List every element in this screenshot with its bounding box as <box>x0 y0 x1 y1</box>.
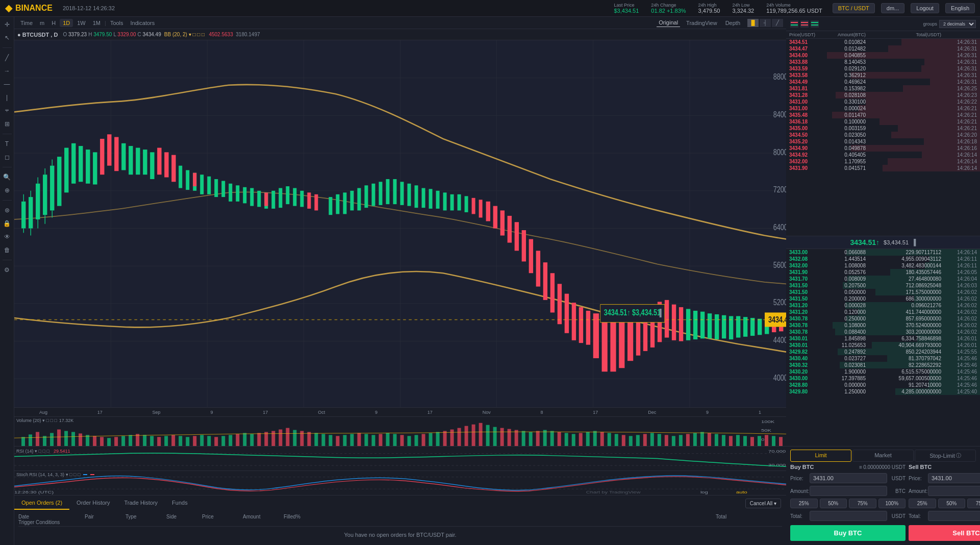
bid-row[interactable]: 3432.00 1.008008 3,482.483000144 14:26:1… <box>786 262 980 269</box>
language-selector[interactable]: English <box>945 3 975 13</box>
bid-row[interactable]: 3429.80 1.250000 4,285.000000000 14:25:4… <box>786 388 980 395</box>
bid-row[interactable]: 3431.50 0.050000 171.575000000 14:26:02 <box>786 289 980 295</box>
ask-row[interactable]: 3435.20 0.014343 14:26:18 <box>786 138 980 145</box>
buy-50-pct[interactable]: 50% <box>820 499 847 508</box>
time-m[interactable]: m <box>37 19 47 27</box>
buy-amount-input[interactable] <box>810 486 887 496</box>
bid-row[interactable]: 3430.01 11.025653 40,904.669793000 14:26… <box>786 342 980 349</box>
line-tool[interactable]: ╱ <box>2 52 13 63</box>
tools-menu[interactable]: Tools <box>107 19 127 27</box>
fib-tool[interactable]: ⊞ <box>2 118 13 130</box>
buy-100-pct[interactable]: 100% <box>878 499 906 508</box>
bid-row[interactable]: 3432.08 1.443514 4,955.009043112 14:26:1… <box>786 256 980 262</box>
ob-both-view-btn[interactable] <box>790 20 798 28</box>
magnet-tool[interactable]: ⊛ <box>2 205 13 216</box>
ask-row[interactable]: 3433.59 0.029120 14:26:31 <box>786 65 980 72</box>
ask-row[interactable]: 3435.00 0.003159 14:26:21 <box>786 125 980 132</box>
bid-row[interactable]: 3430.20 1.900000 6,515.575000000 14:25:4… <box>786 368 980 375</box>
bid-row[interactable]: 3431.70 0.008009 27.464800080 14:26:04 <box>786 276 980 282</box>
view-tradingview[interactable]: TradingView <box>684 19 719 27</box>
trash-tool[interactable]: 🗑 <box>2 244 13 256</box>
bid-row[interactable]: 3430.01 1.845898 6,334.758846898 14:26:0… <box>786 335 980 342</box>
sell-price-input[interactable] <box>928 473 980 483</box>
bid-row[interactable]: 3429.82 0.247892 850.224203944 14:25:55 <box>786 349 980 355</box>
vline-tool[interactable]: | <box>2 92 13 103</box>
bid-row[interactable]: 3430.78 0.108000 370.524000000 14:26:02 <box>786 322 980 329</box>
pair-selector[interactable]: BTC / USDT <box>833 3 875 13</box>
bid-row[interactable]: 3430.78 0.088400 303.200000000 14:26:02 <box>786 329 980 335</box>
tab-order-history[interactable]: Order History <box>69 497 117 510</box>
sell-amount-input[interactable] <box>928 486 980 496</box>
decimals-select[interactable]: 2 decimals 1 decimal 0 decimals <box>939 20 976 28</box>
ask-row[interactable]: 3431.81 0.153982 14:26:25 <box>786 85 980 92</box>
sell-25-pct[interactable]: 25% <box>909 499 936 508</box>
ask-row[interactable]: 3431.90 0.041571 14:26:14 <box>786 165 980 171</box>
buy-75-pct[interactable]: 75% <box>849 499 876 508</box>
bid-row[interactable]: 3431.20 0.000028 0.096021276 14:26:02 <box>786 302 980 309</box>
ask-row[interactable]: 3434.51 0.010824 14:26:31 <box>786 39 980 45</box>
bar-icon[interactable]: ┤ <box>760 19 771 27</box>
cursor-tool[interactable]: ↖ <box>2 32 13 43</box>
view-depth[interactable]: Depth <box>723 19 742 27</box>
buy-total-input[interactable] <box>810 511 887 521</box>
ask-row[interactable]: 3433.58 0.362912 14:26:31 <box>786 72 980 79</box>
bid-row[interactable]: 3428.80 0.000000 91.207410000 14:25:46 <box>786 382 980 388</box>
ask-row[interactable]: 3432.00 1.170955 14:26:14 <box>786 158 980 165</box>
cancel-all-button[interactable]: Cancel All ▾ <box>745 499 781 508</box>
ask-row[interactable]: 3434.49 0.469624 14:26:31 <box>786 79 980 85</box>
ob-bids-view-btn[interactable] <box>811 20 819 28</box>
time-1m[interactable]: 1M <box>90 19 104 27</box>
tab-stop-limit[interactable]: Stop-Limit ⓘ <box>915 450 976 462</box>
ask-row[interactable]: 3431.28 0.028108 14:26:23 <box>786 92 980 98</box>
sell-total-input[interactable] <box>928 511 980 521</box>
price-label-tool[interactable]: ◻ <box>2 152 13 163</box>
main-chart-canvas[interactable]: 3434.49 8800.00 8400.00 8000.00 7200.00 … <box>14 40 786 416</box>
ask-row[interactable]: 3434.92 0.405405 14:26:14 <box>786 152 980 158</box>
bid-row[interactable]: 3433.00 0.066088 229.907117112 14:26:14 <box>786 249 980 256</box>
time-1d[interactable]: 1D <box>60 19 73 27</box>
ask-row[interactable]: 3431.00 0.000024 14:26:21 <box>786 105 980 112</box>
view-original[interactable]: Original <box>657 18 680 27</box>
line-icon[interactable]: ╱ <box>772 19 783 27</box>
channel-tool[interactable]: ⫧ <box>2 105 13 116</box>
measure-tool[interactable]: ⊕ <box>2 185 13 196</box>
tab-funds[interactable]: Funds <box>165 497 195 510</box>
tab-open-orders[interactable]: Open Orders (2) <box>14 497 69 510</box>
buy-25-pct[interactable]: 25% <box>790 499 818 508</box>
ask-row[interactable]: 3434.47 0.012482 14:26:31 <box>786 45 980 52</box>
user-menu[interactable]: dm... <box>881 3 904 13</box>
bid-row[interactable]: 3430.00 17.397885 59,657.000500000 14:25… <box>786 375 980 382</box>
sell-btc-button[interactable]: Sell BTC <box>909 525 980 541</box>
sell-75-pct[interactable]: 75% <box>967 499 980 508</box>
bid-row[interactable]: 3430.32 0.023081 82.228652292 14:25:46 <box>786 362 980 368</box>
ask-row[interactable]: 3434.00 0.040855 14:26:31 <box>786 52 980 59</box>
zoom-tool[interactable]: 🔍 <box>2 171 13 183</box>
time-1w[interactable]: 1W <box>74 19 89 27</box>
bid-row[interactable]: 3431.20 0.120000 411.744000000 14:26:02 <box>786 309 980 315</box>
indicators-menu[interactable]: Indicators <box>128 19 158 27</box>
tab-market[interactable]: Market <box>852 450 914 462</box>
bid-row[interactable]: 3431.50 0.200000 686.300000000 14:26:02 <box>786 295 980 302</box>
bid-row[interactable]: 3430.78 0.250000 857.695000000 14:26:02 <box>786 315 980 322</box>
buy-price-input[interactable] <box>810 473 887 483</box>
logout-button[interactable]: Logout <box>911 3 939 13</box>
sell-50-pct[interactable]: 50% <box>938 499 966 508</box>
hline-tool[interactable]: — <box>2 79 13 90</box>
ask-row[interactable]: 3435.48 0.011470 14:26:21 <box>786 112 980 118</box>
crosshair-tool[interactable]: ✛ <box>2 19 13 30</box>
bid-row[interactable]: 3431.90 0.052576 180.435057446 14:26:05 <box>786 269 980 276</box>
settings-tool[interactable]: ⚙ <box>2 264 13 276</box>
tab-limit[interactable]: Limit <box>790 450 851 462</box>
ask-row[interactable]: 3433.88 8.140453 14:26:31 <box>786 59 980 65</box>
candlestick-icon[interactable]: ▐▌ <box>747 19 759 27</box>
text-tool[interactable]: T <box>2 138 13 150</box>
buy-btc-button[interactable]: Buy BTC <box>790 525 906 541</box>
ray-tool[interactable]: → <box>2 65 13 77</box>
ask-row[interactable]: 3431.00 0.330100 14:26:22 <box>786 98 980 105</box>
bid-row[interactable]: 3431.50 0.207500 712.086925048 14:26:03 <box>786 282 980 289</box>
bid-row[interactable]: 3430.40 0.023727 81.370797042 14:25:46 <box>786 355 980 362</box>
eye-tool[interactable]: 👁 <box>2 231 13 242</box>
lock-tool[interactable]: 🔒 <box>2 218 13 229</box>
ob-asks-view-btn[interactable] <box>800 20 809 28</box>
tab-trade-history[interactable]: Trade History <box>117 497 165 510</box>
